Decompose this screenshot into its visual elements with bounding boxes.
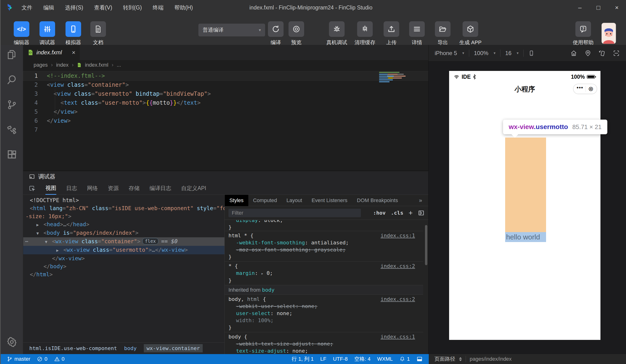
home-icon[interactable] <box>570 50 577 57</box>
explorer-icon[interactable] <box>6 49 17 60</box>
tab-compile-log[interactable]: 编译日志 <box>150 182 171 195</box>
preview-button[interactable]: 预览 <box>277 21 315 46</box>
breadcrumb-symbol[interactable]: ... <box>117 62 121 68</box>
inspect-element-icon[interactable] <box>29 185 36 192</box>
generate-app-button[interactable]: 生成 APP <box>451 21 489 46</box>
source-control-icon[interactable] <box>6 99 17 110</box>
dom-node-close[interactable]: </html> <box>23 270 224 278</box>
more-tabs-icon[interactable]: » <box>419 197 428 204</box>
more-menu-button[interactable]: ••• <box>577 86 583 91</box>
close-miniprogram-button[interactable]: ⊗ <box>588 86 594 92</box>
docs-button[interactable]: 文档 <box>79 21 117 46</box>
crumb-html[interactable]: html.isIDE.use-web-component <box>29 345 117 351</box>
menu-view[interactable]: 查看(V) <box>94 4 112 11</box>
tab-layout[interactable]: Layout <box>282 195 307 206</box>
search-icon[interactable] <box>6 74 17 85</box>
code-editor[interactable]: 1 <!--index.ftml--> 2 <view class="conta… <box>23 70 428 171</box>
dom-node-usermotto[interactable]: ▶<wx-view class="usermotto">…</wx-view> <box>23 246 224 254</box>
dom-node[interactable]: <!DOCTYPE html> <box>23 196 224 204</box>
menu-goto[interactable]: 转到(G) <box>123 4 142 11</box>
components-icon[interactable] <box>6 124 17 135</box>
dom-node-head[interactable]: ▶<head>…</head> <box>23 220 224 229</box>
tab-close-icon[interactable]: × <box>72 49 76 56</box>
maximize-button[interactable]: □ <box>589 0 608 15</box>
eol-indicator[interactable]: LF <box>320 356 326 362</box>
tab-index-fxml[interactable]: index.fxml × <box>23 45 80 60</box>
language-mode[interactable]: WXML <box>377 356 393 362</box>
crumb-body[interactable]: body <box>124 345 137 351</box>
sort-arrows-icon[interactable] <box>459 357 462 361</box>
menu-terminal[interactable]: 终端 <box>153 4 164 11</box>
sidebar-toggle-icon[interactable] <box>418 210 425 216</box>
dom-node-body[interactable]: ▼<body is="pages/index/index"> <box>23 229 224 237</box>
errors-item[interactable]: 0 <box>37 356 47 362</box>
expand-arrow-icon[interactable]: ▶ <box>56 246 63 254</box>
avatar[interactable] <box>601 23 616 44</box>
tab-event-listeners[interactable]: Event Listeners <box>307 195 352 206</box>
dom-node[interactable]: <html lang="zh-CN" class="isIDE use-web-… <box>23 204 224 212</box>
tab-dom-breakpoints[interactable]: DOM Breakpoints <box>352 195 403 206</box>
notifications-item[interactable]: 1 <box>399 356 410 362</box>
dom-node-container-selected[interactable]: ⋯▼<wx-view class="container">flex== $0 <box>23 237 224 246</box>
tab-view[interactable]: 视图 <box>45 182 56 195</box>
tab-resources[interactable]: 资源 <box>108 182 119 195</box>
tab-network[interactable]: 网络 <box>87 182 98 195</box>
scan-frame-icon[interactable] <box>613 50 620 57</box>
menu-help[interactable]: 帮助(H) <box>175 4 193 11</box>
cursor-position[interactable]: 行 1, 列 1 <box>292 356 313 363</box>
motto-text[interactable]: hello world <box>505 233 540 241</box>
stylesheet-link[interactable]: index.css:1 <box>381 232 415 239</box>
location-icon[interactable] <box>584 50 591 57</box>
breadcrumb-file[interactable]: index.fxml <box>85 62 108 68</box>
inherited-body-link[interactable]: body <box>262 287 274 293</box>
stylesheet-link[interactable]: index.css:2 <box>381 263 415 270</box>
device-frame-icon[interactable] <box>528 50 535 56</box>
more-actions-icon[interactable]: ⋯ <box>25 237 28 245</box>
toggle-hover-button[interactable]: :hov <box>373 210 386 216</box>
dom-tree[interactable]: <!DOCTYPE html> <html lang="zh-CN" class… <box>23 195 224 342</box>
minimap[interactable] <box>379 72 406 83</box>
tab-custom-api[interactable]: 自定义API <box>181 182 206 195</box>
crumb-wx-view-container[interactable]: wx-view.container <box>144 344 203 352</box>
menu-selection[interactable]: 选择(S) <box>65 4 83 11</box>
breadcrumb-pages[interactable]: pages <box>34 62 48 68</box>
page-path-value[interactable]: pages/index/index <box>470 356 511 362</box>
toggle-class-button[interactable]: .cls <box>391 210 403 216</box>
extensions-icon[interactable] <box>6 149 17 160</box>
menu-file[interactable]: 文件 <box>22 4 32 11</box>
fontsize-select[interactable]: 16 <box>505 50 511 57</box>
encoding-indicator[interactable]: UTF-8 <box>333 356 348 362</box>
scrollbar-thumb[interactable] <box>425 225 427 265</box>
collapse-arrow-icon[interactable]: ▼ <box>37 229 43 237</box>
expand-shorthand-icon[interactable]: ▸ <box>261 271 264 276</box>
flex-badge[interactable]: flex <box>142 238 158 244</box>
tab-styles[interactable]: Styles <box>225 195 248 206</box>
tab-computed[interactable]: Computed <box>248 195 282 206</box>
tab-storage[interactable]: 存储 <box>129 182 140 195</box>
new-style-rule-button[interactable]: + <box>408 209 413 217</box>
css-rules-list[interactable]: display: block; } html * {index.css:1 -w… <box>225 220 423 354</box>
warnings-item[interactable]: 0 <box>54 356 65 362</box>
expand-arrow-icon[interactable]: ▶ <box>37 221 43 229</box>
zoom-select[interactable]: 100% <box>474 50 488 57</box>
dom-node-close[interactable]: </body> <box>23 262 224 270</box>
stylesheet-link[interactable]: index.css:1 <box>381 333 415 340</box>
dom-node-close[interactable]: </wx-view> <box>23 254 224 262</box>
rotate-device-icon[interactable] <box>599 50 606 57</box>
settings-gear-icon[interactable] <box>6 337 17 347</box>
minimize-button[interactable]: – <box>571 0 589 15</box>
help-button[interactable]: ? 使用帮助 <box>564 21 602 46</box>
tab-log[interactable]: 日志 <box>66 182 77 195</box>
panel-layout-icon[interactable] <box>417 356 423 362</box>
menu-edit[interactable]: 编辑 <box>43 4 54 11</box>
compile-mode-select[interactable]: 普通编译 ▾ <box>198 24 265 36</box>
device-select[interactable]: iPhone 5 <box>435 50 457 57</box>
stylesheet-link[interactable]: index.css:2 <box>381 296 415 303</box>
page-path-label[interactable]: 页面路径 <box>434 356 455 363</box>
filter-input[interactable]: Filter <box>229 209 361 217</box>
collapse-arrow-icon[interactable]: ▼ <box>45 238 52 246</box>
git-branch-item[interactable]: master <box>7 356 30 362</box>
breadcrumb-index[interactable]: index <box>56 62 69 68</box>
close-button[interactable]: × <box>608 0 626 15</box>
indent-indicator[interactable]: 空格: 4 <box>354 356 370 363</box>
